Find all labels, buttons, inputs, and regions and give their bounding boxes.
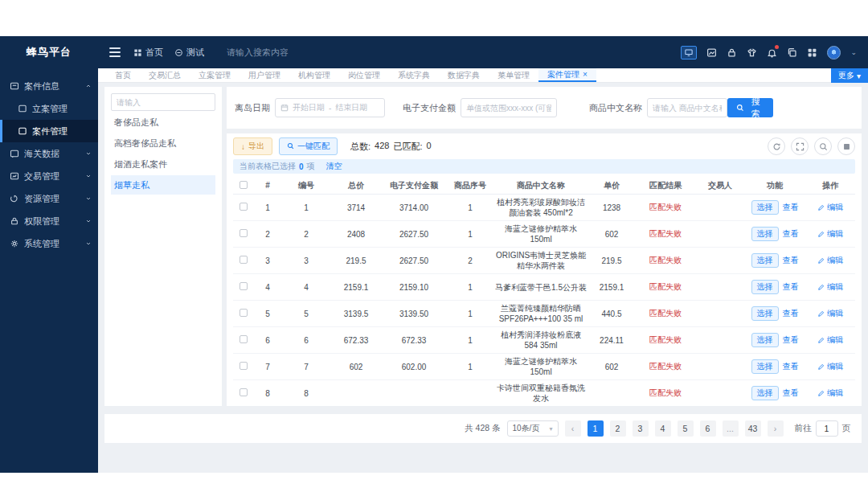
category-item[interactable]: 高档奢侈品走私 bbox=[111, 133, 215, 153]
view-link[interactable]: 查看 bbox=[783, 281, 799, 293]
edit-link[interactable]: 编辑 bbox=[827, 361, 843, 372]
cell-pay: 672.33 bbox=[381, 334, 447, 347]
edit-link[interactable]: 编辑 bbox=[827, 202, 843, 213]
category-item[interactable]: 奢侈品走私 bbox=[111, 113, 215, 132]
product-name-input[interactable] bbox=[647, 98, 727, 117]
edit-link[interactable]: 编辑 bbox=[827, 334, 843, 346]
sidebar-item-system-management[interactable]: 系统管理 bbox=[0, 232, 98, 255]
row-checkbox[interactable] bbox=[240, 388, 248, 396]
select-button[interactable]: 选择 bbox=[751, 280, 779, 294]
edit-link[interactable]: 编辑 bbox=[827, 228, 843, 240]
prev-page-button[interactable]: ‹ bbox=[565, 420, 581, 437]
select-button[interactable]: 选择 bbox=[751, 200, 779, 215]
close-icon[interactable]: × bbox=[583, 68, 588, 81]
row-checkbox[interactable] bbox=[240, 309, 248, 317]
sidebar-item-customs-data[interactable]: 海关数据 bbox=[0, 142, 98, 165]
export-button[interactable]: ↓ 导出 bbox=[233, 137, 272, 155]
category-search-input[interactable] bbox=[111, 93, 215, 111]
tab-system-dict[interactable]: 系统字典 bbox=[389, 68, 439, 82]
view-link[interactable]: 查看 bbox=[783, 255, 799, 266]
edit-link[interactable]: 编辑 bbox=[827, 255, 843, 266]
more-tabs-button[interactable]: 更多 ▾ bbox=[831, 68, 868, 83]
amount-input[interactable] bbox=[461, 98, 557, 117]
total-value: 428 bbox=[375, 141, 389, 153]
select-button[interactable]: 选择 bbox=[751, 253, 779, 268]
page-button-4[interactable]: 4 bbox=[655, 420, 671, 437]
lock-icon[interactable] bbox=[727, 47, 737, 58]
apps-grid-icon[interactable] bbox=[807, 47, 817, 58]
page-button-43[interactable]: 43 bbox=[745, 420, 761, 437]
sidebar-item-permission-management[interactable]: 权限管理 bbox=[0, 210, 98, 232]
view-link[interactable]: 查看 bbox=[783, 202, 799, 213]
cell-total: 2159.1 bbox=[331, 281, 381, 293]
tab-org-management[interactable]: 机构管理 bbox=[289, 68, 339, 82]
select-button[interactable]: 选择 bbox=[751, 386, 779, 400]
view-link[interactable]: 查看 bbox=[783, 361, 799, 372]
sidebar-item-case-info[interactable]: 案件信息 bbox=[0, 75, 98, 97]
nav-test[interactable]: 测试 bbox=[174, 47, 204, 59]
cell-no: 7 bbox=[281, 361, 331, 373]
edit-link[interactable]: 编辑 bbox=[827, 308, 843, 319]
one-click-match-button[interactable]: 一键匹配 bbox=[279, 137, 338, 155]
page-button-5[interactable]: 5 bbox=[678, 420, 694, 437]
refresh-icon[interactable] bbox=[768, 137, 785, 155]
tab-post-management[interactable]: 岗位管理 bbox=[339, 68, 389, 82]
select-all-checkbox[interactable] bbox=[240, 181, 248, 189]
page-button-6[interactable]: 6 bbox=[700, 420, 716, 437]
search-button[interactable]: 搜索 bbox=[727, 98, 773, 117]
category-item[interactable]: 烟酒走私案件 bbox=[111, 154, 215, 174]
page-button-2[interactable]: 2 bbox=[610, 420, 626, 437]
goto-page-input[interactable] bbox=[816, 420, 838, 437]
monitor-icon[interactable] bbox=[681, 46, 697, 59]
notification-bell-icon[interactable] bbox=[767, 47, 777, 58]
tab-case-management[interactable]: 案件管理 × bbox=[538, 68, 596, 82]
edit-link[interactable]: 编辑 bbox=[827, 281, 843, 293]
view-link[interactable]: 查看 bbox=[783, 388, 799, 399]
category-item-selected[interactable]: 烟草走私 bbox=[111, 175, 215, 195]
global-search[interactable]: 请输入搜索内容 bbox=[227, 47, 289, 59]
row-checkbox[interactable] bbox=[240, 256, 248, 264]
tab-menu-management[interactable]: 菜单管理 bbox=[489, 68, 538, 82]
row-checkbox[interactable] bbox=[240, 362, 248, 370]
row-checkbox[interactable] bbox=[240, 335, 248, 343]
fullscreen-icon[interactable] bbox=[791, 137, 809, 155]
select-button[interactable]: 选择 bbox=[751, 306, 779, 321]
screenshot-icon[interactable] bbox=[706, 47, 717, 58]
view-link[interactable]: 查看 bbox=[783, 308, 799, 319]
page-size-select[interactable]: 10条/页 ▾ bbox=[507, 420, 559, 437]
view-link[interactable]: 查看 bbox=[783, 228, 799, 240]
row-checkbox[interactable] bbox=[240, 203, 248, 211]
edit-link[interactable]: 编辑 bbox=[827, 388, 843, 399]
copy-icon[interactable] bbox=[787, 47, 797, 58]
select-button[interactable]: 选择 bbox=[751, 359, 779, 374]
select-button[interactable]: 选择 bbox=[751, 227, 779, 241]
date-range-picker[interactable]: 开始日期 - 结束日期 bbox=[275, 98, 385, 117]
sidebar-item-trade-management[interactable]: 交易管理 bbox=[0, 165, 98, 187]
chevron-down-icon[interactable]: ⌄ bbox=[850, 48, 857, 56]
view-link[interactable]: 查看 bbox=[783, 334, 799, 346]
row-checkbox[interactable] bbox=[240, 282, 248, 290]
next-page-button[interactable]: › bbox=[768, 420, 784, 437]
sidebar-item-resource-management[interactable]: 资源管理 bbox=[0, 187, 98, 210]
user-avatar[interactable] bbox=[827, 46, 841, 59]
theme-skin-icon[interactable] bbox=[747, 47, 757, 58]
tab-user-management[interactable]: 用户管理 bbox=[240, 68, 289, 82]
column-settings-icon[interactable] bbox=[837, 137, 855, 155]
row-checkbox[interactable] bbox=[240, 229, 248, 237]
cell-unit: 602 bbox=[588, 361, 635, 373]
menu-toggle-icon[interactable] bbox=[109, 47, 121, 57]
search-icon[interactable] bbox=[814, 137, 832, 155]
select-button[interactable]: 选择 bbox=[751, 333, 779, 347]
page-ellipsis[interactable]: ... bbox=[723, 420, 739, 437]
sidebar-item-case-management[interactable]: 案件管理 bbox=[0, 120, 98, 142]
tab-filing-management[interactable]: 立案管理 bbox=[190, 68, 240, 82]
sidebar-item-filing-management[interactable]: 立案管理 bbox=[0, 97, 98, 120]
clear-selection-link[interactable]: 清空 bbox=[326, 161, 342, 172]
nav-home[interactable]: 首页 bbox=[133, 47, 163, 59]
page-button-3[interactable]: 3 bbox=[633, 420, 649, 437]
tab-home[interactable]: 首页 bbox=[106, 68, 140, 82]
tab-trade-summary[interactable]: 交易汇总 bbox=[140, 68, 190, 82]
tab-data-dict[interactable]: 数据字典 bbox=[439, 68, 489, 82]
page-button-1[interactable]: 1 bbox=[588, 420, 604, 437]
circle-minus-icon bbox=[174, 48, 183, 57]
